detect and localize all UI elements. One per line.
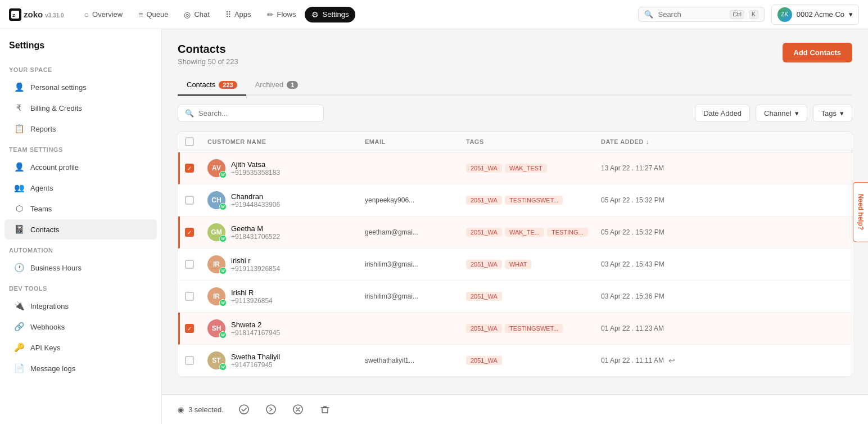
sidebar-item-account-profile[interactable]: 👤 Account profile <box>4 157 157 177</box>
tab-contacts-badge: 223 <box>219 81 237 89</box>
row-checkbox-4[interactable] <box>185 260 207 269</box>
nav-queue-label: Queue <box>146 10 168 19</box>
contact-cell-4: IR W irishi r +919113926854 <box>207 255 365 273</box>
contacts-table: CUSTOMER NAME EMAIL TAGS DATE ADDED ↓ ✓ … <box>178 131 852 377</box>
tag: WAK_TE... <box>505 228 544 237</box>
whatsapp-icon-6: W <box>219 331 227 339</box>
sidebar: Settings YOUR SPACE 👤 Personal settings … <box>0 29 162 424</box>
sidebar-item-reports[interactable]: 📋 Reports <box>4 119 157 139</box>
tag: 2051_WA <box>466 196 502 205</box>
row-checkbox-6[interactable]: ✓ <box>185 324 207 333</box>
avatar-5: IR W <box>207 287 225 305</box>
select-all-checkbox[interactable] <box>185 137 194 146</box>
add-contacts-button[interactable]: Add Contacts <box>783 43 853 62</box>
bottom-bar: ◉ 3 selected. <box>162 394 868 424</box>
contact-cell-2: CH W Chandran +919448433906 <box>207 191 365 209</box>
sidebar-item-message-logs[interactable]: 📄 Message logs <box>4 358 157 378</box>
bottom-action-delete[interactable] <box>316 400 334 418</box>
agents-icon: 👥 <box>13 183 25 193</box>
nav-queue[interactable]: ≡ Queue <box>132 7 175 22</box>
bottom-action-forward[interactable] <box>262 400 280 418</box>
bottom-bar-label: ◉ 3 selected. <box>178 405 224 414</box>
tab-contacts[interactable]: Contacts 223 <box>178 75 246 96</box>
sidebar-label-billing-credits: Billing & Credits <box>30 104 82 112</box>
contact-cell-3: GM W Geetha M +918431706522 <box>207 223 365 241</box>
svg-point-2 <box>239 405 248 414</box>
date-added-filter[interactable]: Date Added <box>695 105 750 122</box>
tag: TESTINGSWET... <box>505 196 563 205</box>
avatar-6: SH W <box>207 319 225 337</box>
channel-filter[interactable]: Channel ▾ <box>756 105 807 122</box>
search-input[interactable] <box>658 10 725 19</box>
channel-filter-label: Channel <box>764 109 791 118</box>
date-added-filter-label: Date Added <box>703 109 742 118</box>
bottom-actions <box>235 400 334 418</box>
nav-chat-label: Chat <box>194 10 209 19</box>
sidebar-item-api-keys[interactable]: 🔑 API Keys <box>4 337 157 358</box>
contact-email-2: yenpeekay906... <box>365 196 466 204</box>
tag: 2051_WA <box>466 260 502 269</box>
table-row: ✓ AV W Ajith Vatsa +919535358183 2051_WA… <box>178 152 852 184</box>
svg-rect-5 <box>322 408 328 413</box>
whatsapp-icon-4: W <box>219 267 227 274</box>
contact-date-6: 01 Apr 22 . 11:23 AM <box>601 324 713 332</box>
svg-text:Z: Z <box>12 13 15 18</box>
sidebar-item-integrations[interactable]: 🔌 Integrations <box>4 296 157 316</box>
sidebar-item-webhooks[interactable]: 🔗 Webhooks <box>4 317 157 337</box>
sidebar-item-business-hours[interactable]: 🕐 Business Hours <box>4 258 157 278</box>
contact-name-3: Geetha M <box>231 224 280 233</box>
tag: 2051_WA <box>466 164 502 173</box>
tag: WAK_TEST <box>505 164 547 173</box>
th-tags: TAGS <box>466 137 601 146</box>
nav-settings[interactable]: ⚙ Settings <box>305 7 355 22</box>
logo[interactable]: Z zoko v3.31.0 <box>9 8 64 21</box>
nav-overview[interactable]: ○ Overview <box>78 7 130 22</box>
tag: 2051_WA <box>466 356 502 365</box>
row-checkbox-3[interactable]: ✓ <box>185 228 207 237</box>
teams-icon: ⬡ <box>13 204 25 214</box>
contact-tags-4: 2051_WA WHAT <box>466 260 601 269</box>
page-title: Contacts <box>178 43 238 56</box>
nav-chat[interactable]: ◎ Chat <box>177 7 216 22</box>
sidebar-item-billing-credits[interactable]: ₹ Billing & Credits <box>4 98 157 118</box>
contact-name-1: Ajith Vatsa <box>231 160 280 169</box>
help-widget[interactable]: Need help? <box>853 182 868 242</box>
global-search[interactable]: 🔍 Ctrl K <box>638 7 764 22</box>
row-checkbox-7[interactable] <box>185 356 207 365</box>
th-email: EMAIL <box>365 137 466 146</box>
row-action-icon-7[interactable]: ↩ <box>668 356 675 365</box>
contact-name-2: Chandran <box>231 192 280 201</box>
avatar-7: ST W <box>207 351 225 369</box>
check-circle-icon <box>238 404 250 415</box>
bottom-action-close[interactable] <box>289 400 307 418</box>
sidebar-item-contacts[interactable]: 📓 Contacts <box>4 219 157 240</box>
row-checkbox-2[interactable] <box>185 196 207 205</box>
search-icon: 🔍 <box>644 10 653 19</box>
search-filter-icon: 🔍 <box>185 109 194 118</box>
tab-archived[interactable]: Archived 1 <box>246 75 308 96</box>
contacts-search[interactable]: 🔍 <box>178 105 324 122</box>
workspace-switcher[interactable]: ZK 0002 Acme Co ▾ <box>771 4 859 25</box>
sidebar-item-personal-settings[interactable]: 👤 Personal settings <box>4 77 157 97</box>
sidebar-label-account-profile: Account profile <box>30 163 79 172</box>
sidebar-item-teams[interactable]: ⬡ Teams <box>4 199 157 219</box>
row-checkbox-1[interactable]: ✓ <box>185 164 207 173</box>
sidebar-item-agents[interactable]: 👥 Agents <box>4 178 157 198</box>
nav-apps[interactable]: ⠿ Apps <box>219 7 258 22</box>
contact-date-1: 13 Apr 22 . 11:27 AM <box>601 164 713 172</box>
tags-filter[interactable]: Tags ▾ <box>813 105 852 122</box>
bottom-action-check[interactable] <box>235 400 253 418</box>
contact-name-5: Irishi R <box>231 288 273 297</box>
app-name: zoko <box>24 10 43 19</box>
filters-row: 🔍 Date Added Channel ▾ Tags ▾ <box>178 105 852 122</box>
contact-tags-5: 2051_WA <box>466 292 601 301</box>
contact-email-7: swethathaliyil1... <box>365 357 466 364</box>
row-checkbox-5[interactable] <box>185 292 207 301</box>
nav-flows[interactable]: ✏ Flows <box>260 7 303 22</box>
topnav-right: 🔍 Ctrl K ZK 0002 Acme Co ▾ <box>638 4 859 25</box>
workspace-avatar: ZK <box>777 7 792 22</box>
sidebar-label-reports: Reports <box>30 125 56 133</box>
sidebar-title: Settings <box>0 40 161 60</box>
flows-icon: ✏ <box>267 10 274 19</box>
contacts-search-input[interactable] <box>198 109 311 118</box>
